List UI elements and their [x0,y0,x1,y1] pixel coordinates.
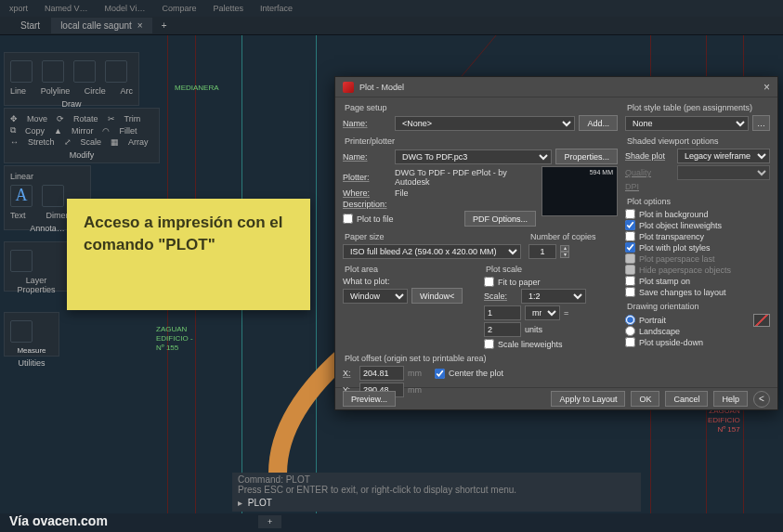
opt-save-changes-checkbox[interactable] [625,287,635,297]
group-shaded-viewport: Shaded viewport options Shade plotLegacy… [625,136,770,193]
menu-item[interactable]: Palettes [213,4,243,13]
panel-draw: Line Polyline Circle Arc Draw [4,52,139,106]
paper-size-select[interactable]: ISO full bleed A2 (594.00 x 420.00 MM) [343,244,521,259]
opt-plotstyles-checkbox[interactable] [625,242,635,253]
group-copies: Number of copies ▴▾ [529,232,618,261]
spin-down-icon[interactable]: ▾ [560,252,569,258]
fillet-icon[interactable]: ◠ [102,126,110,136]
close-icon[interactable]: × [763,81,770,94]
opt-transparency-checkbox[interactable] [625,231,635,241]
offset-x-input[interactable] [359,366,404,381]
scale-den-input[interactable] [484,322,521,337]
printer-name-select[interactable]: DWG To PDF.pc3 [395,149,552,164]
panel-utilities: Measure Utilities [4,312,59,357]
quality-select [677,165,770,180]
file-tabs: Start local calle sagunt × + [0,17,783,35]
command-history: Command: PLOT [238,474,635,485]
portrait-radio[interactable] [625,315,635,325]
tab-add[interactable]: + [154,19,175,32]
tab-active[interactable]: local calle sagunt × [51,18,152,33]
plot-dialog: Plot - Model × Page setup Name: <None> A… [334,76,778,410]
scale-unit-select[interactable]: mm [525,305,560,320]
polyline-icon[interactable] [42,60,64,83]
arc-icon[interactable] [105,60,127,83]
stretch-icon[interactable]: ↔ [10,137,19,147]
page-setup-name-select[interactable]: <None> [395,116,575,131]
measure-icon[interactable] [10,320,33,343]
label-zaguan-157: ZAGUÁN EDIFICIO Nº 157 [708,407,740,435]
layout-tabs: + [258,515,281,528]
add-button[interactable]: Add... [579,115,618,131]
group-printer: Printer/plotter Name: DWG To PDF.pc3 Pro… [343,136,618,228]
scale-num-input[interactable] [484,305,521,320]
group-orientation: Drawing orientation Portrait Landscape P… [625,302,770,348]
label-medianera: MEDIANERA [175,84,219,93]
help-button[interactable]: Help [713,391,748,407]
what-to-plot-select[interactable]: Window [343,289,408,304]
layers-icon[interactable] [10,250,33,272]
rotate-icon[interactable]: ⟳ [57,114,64,123]
pdf-options-button[interactable]: PDF Options... [464,211,536,227]
annotation-note: Acceso a impresión con el comando "PLOT" [67,199,310,310]
mirror-icon[interactable]: ▲ [54,126,62,136]
circle-icon[interactable] [73,60,96,83]
plot-style-select[interactable]: None [625,116,749,131]
menu-item[interactable]: xport [9,4,28,13]
menu-item[interactable]: Model Vi… [105,4,146,13]
label-zaguan-155: ZAGUAN EDIFICIO - Nº 155 [156,325,193,353]
scale-lineweights-checkbox[interactable] [484,339,494,349]
menu-item[interactable]: Named V… [45,4,88,13]
copy-icon[interactable]: ⧉ [10,125,16,136]
cancel-button[interactable]: Cancel [665,391,708,407]
plot-style-edit-button[interactable]: … [752,115,770,131]
spin-up-icon[interactable]: ▴ [560,245,569,252]
command-line[interactable]: Command: PLOT Press ESC or ENTER to exit… [232,473,641,512]
command-hint: Press ESC or ENTER to exit, or right-cli… [238,485,635,495]
trim-icon[interactable]: ✂ [108,114,115,123]
command-input[interactable] [245,495,603,510]
group-plot-style-table: Plot style table (pen assignments) None… [625,103,770,133]
orientation-preview-icon [753,314,770,327]
properties-button[interactable]: Properties... [555,149,618,164]
credit: Vía ovacen.com [9,513,108,528]
window-pick-button[interactable]: Window< [411,288,463,304]
dialog-title: Plot - Model [359,83,404,92]
menu-item[interactable]: Compare [162,4,196,13]
copies-input[interactable] [529,244,556,259]
dialog-titlebar[interactable]: Plot - Model × [335,77,777,97]
upside-down-checkbox[interactable] [625,337,635,347]
opt-background-checkbox[interactable] [625,209,635,219]
opt-paperspace-last-checkbox [625,253,635,264]
panel-modify: ✥Move⟳Rotate✂Trim ⧉Copy▲Mirror◠Fillet ↔S… [4,108,160,163]
close-icon[interactable]: × [137,20,143,31]
paper-preview: 594 MM [542,166,618,216]
top-menu: xport Named V… Model Vi… Compare Palette… [0,0,783,17]
dimension-icon[interactable] [42,185,64,207]
opt-hide-paperspace-checkbox [625,265,635,275]
group-plot-area: Plot area What to plot: Window Window< [343,265,476,350]
ok-button[interactable]: OK [631,391,659,407]
tab-start[interactable]: Start [11,18,49,33]
opt-stamp-checkbox[interactable] [625,276,635,286]
center-plot-checkbox[interactable] [435,369,445,379]
autocad-logo-icon [343,82,354,93]
expand-icon[interactable]: < [753,391,770,408]
group-plot-options: Plot options Plot in background Plot obj… [625,197,770,298]
line-icon[interactable] [10,60,33,83]
scale-select[interactable]: 1:2 [521,289,586,304]
shade-plot-select[interactable]: Legacy wireframe [677,149,770,163]
preview-button[interactable]: Preview... [343,391,396,407]
group-page-setup: Page setup Name: <None> Add... [343,103,618,133]
move-icon[interactable]: ✥ [10,114,18,123]
fit-to-paper-checkbox[interactable] [484,277,494,287]
menu-item[interactable]: Interface [260,4,293,13]
group-paper-size: Paper size ISO full bleed A2 (594.00 x 4… [343,232,521,261]
landscape-radio[interactable] [625,326,635,336]
apply-to-layout-button[interactable]: Apply to Layout [551,391,625,407]
array-icon[interactable]: ▦ [111,137,119,147]
plot-to-file-checkbox[interactable] [343,214,353,224]
scale-icon[interactable]: ⤢ [64,137,72,147]
opt-lineweights-checkbox[interactable] [625,220,635,230]
layout-tab-add[interactable]: + [258,515,281,528]
text-icon[interactable]: A [10,185,33,207]
